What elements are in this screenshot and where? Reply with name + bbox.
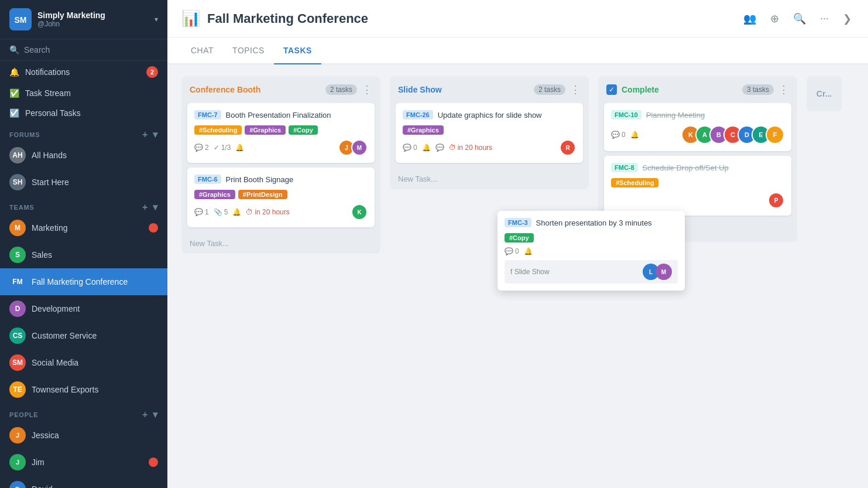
sidebar-item-notifications[interactable]: 🔔 Notifications 2 — [0, 61, 167, 83]
task-card-fmc6[interactable]: FMC-6 Print Booth Signage #Graphics #Pri… — [187, 168, 375, 227]
sidebar-item-social-media[interactable]: SM Social Media — [0, 349, 167, 376]
task-cards: FMC-7 Booth Presentation Finalization #S… — [181, 103, 380, 233]
popup-avatars: L M — [643, 264, 672, 280]
popup-card-fmc3[interactable]: FMC-3 Shorten presentation by 3 minutes … — [498, 211, 685, 291]
column-menu-icon[interactable]: ⋮ — [570, 83, 581, 96]
search-icon: 🔍 — [9, 45, 19, 54]
teams-actions: + ▾ — [142, 203, 158, 212]
column-header: ✓ Complete 3 tasks ⋮ — [598, 76, 797, 103]
channel-icon: 📊 — [181, 9, 200, 28]
teams-collapse-icon[interactable]: ▾ — [153, 203, 158, 212]
workspace-header[interactable]: SM Simply Marketing @John ▾ — [0, 0, 167, 39]
task-card-fmc7[interactable]: FMC-7 Booth Presentation Finalization #S… — [187, 103, 375, 163]
comment-count: 💬 0 — [505, 247, 519, 255]
sidebar-item-jessica[interactable]: J Jessica — [0, 422, 167, 449]
bell-item: 🔔 — [422, 144, 431, 152]
bell-icon: 🔔 — [9, 67, 19, 77]
task-card-fmc26[interactable]: FMC-26 Update graphics for slide show #G… — [396, 103, 583, 163]
tag-graphics: #Graphics — [245, 125, 286, 135]
page-title: Fall Marketing Conference — [207, 11, 368, 26]
collapse-button[interactable]: ❯ — [840, 10, 854, 28]
teams-label: TEAMS — [9, 204, 35, 211]
tag-graphics: #Graphics — [194, 190, 235, 199]
forums-collapse-icon[interactable]: ▾ — [153, 130, 158, 139]
task-footer: 💬 0 🔔 — [505, 247, 678, 255]
more-button[interactable]: ··· — [818, 10, 831, 27]
development-icon: D — [9, 301, 26, 317]
task-avatars: K — [351, 204, 368, 220]
tab-chat[interactable]: CHAT — [181, 37, 223, 64]
task-footer: 💬 0 🔔 💬 ⏱ in 20 hours R — [403, 139, 576, 156]
avatar: M — [656, 264, 672, 280]
social-media-icon: SM — [9, 354, 26, 371]
forums-add-icon[interactable]: + — [142, 130, 148, 139]
sidebar-item-david[interactable]: D David — [0, 476, 167, 488]
tag-copy: #Copy — [505, 233, 534, 243]
new-task-button[interactable]: New Task... — [390, 169, 589, 189]
sidebar-item-jim[interactable]: J Jim — [0, 449, 167, 476]
bell-item: 🔔 — [524, 247, 533, 255]
members-button[interactable]: 👥 — [741, 10, 759, 28]
column-count: 2 tasks — [325, 84, 357, 95]
sidebar-item-townsend-exports[interactable]: TE Townsend Exports — [0, 376, 167, 403]
task-avatars: K A B C D E F — [681, 125, 784, 144]
sidebar-item-label: Jim — [32, 458, 44, 467]
sidebar-item-development[interactable]: D Development — [0, 295, 167, 322]
search-header-button[interactable]: 🔍 — [791, 10, 808, 28]
board-container: Conference Booth 2 tasks ⋮ FMC-7 Booth P… — [181, 76, 842, 254]
task-card-header: FMC-26 Update graphics for slide show — [403, 110, 576, 121]
column-partial: Cr... — [807, 76, 842, 111]
task-tags: #Copy — [505, 233, 678, 243]
avatar: P — [768, 192, 784, 209]
column-title: Complete — [622, 85, 737, 94]
jim-avatar: J — [9, 454, 26, 470]
forums-section-header: FORUMS + ▾ — [0, 123, 167, 142]
referenced-channel: f Slide Show L M — [505, 260, 678, 284]
sidebar-item-start-here[interactable]: SH Start Here — [0, 169, 167, 196]
task-id: FMC-7 — [194, 110, 221, 120]
task-footer: 💬 2 ✓ 1/3 🔔 J M — [194, 139, 368, 156]
column-menu-icon[interactable]: ⋮ — [778, 83, 789, 96]
subtask-count: ✓ 1/3 — [214, 144, 231, 152]
people-collapse-icon[interactable]: ▾ — [153, 410, 158, 419]
tab-topics[interactable]: TOPICS — [223, 37, 274, 64]
david-avatar: D — [9, 481, 26, 488]
search-button[interactable]: 🔍 Search — [0, 39, 167, 61]
start-here-icon: SH — [9, 174, 26, 190]
comment-count: 💬 2 — [194, 144, 209, 152]
sidebar: SM Simply Marketing @John ▾ 🔍 Search 🔔 N… — [0, 0, 167, 488]
sidebar-item-label: Notifications — [25, 67, 70, 77]
main-content: 📊 Fall Marketing Conference 👥 ⊕ 🔍 ··· ❯ … — [167, 0, 868, 488]
bell-item: 🔔 — [235, 144, 244, 152]
teams-add-icon[interactable]: + — [142, 203, 148, 212]
task-name: Print Booth Signage — [226, 175, 294, 185]
task-card-header: FMC-10 Planning Meeting — [611, 110, 784, 121]
new-task-button[interactable]: New Task... — [181, 233, 380, 254]
column-header: Conference Booth 2 tasks ⋮ — [181, 76, 380, 103]
people-add-icon[interactable]: + — [142, 410, 148, 419]
sidebar-item-fall-marketing-conference[interactable]: FM Fall Marketing Conference — [0, 268, 167, 295]
sidebar-item-label: Customer Service — [32, 331, 97, 340]
task-card-fmc8[interactable]: FMC-8 Schedule Drop off/Set Up #Scheduli… — [604, 156, 791, 216]
sidebar-item-label: Jessica — [32, 431, 59, 440]
chevron-down-icon[interactable]: ▾ — [155, 15, 158, 23]
sidebar-item-label: Development — [32, 304, 80, 313]
bell-item: 🔔 — [232, 208, 241, 216]
tag-scheduling: #Scheduling — [194, 125, 242, 135]
tab-tasks[interactable]: TASKS — [274, 37, 321, 64]
task-footer: P — [611, 192, 784, 209]
sidebar-item-all-hands[interactable]: AH All Hands — [0, 142, 167, 169]
task-card-fmc10[interactable]: FMC-10 Planning Meeting 💬 0 🔔 K A B C — [604, 103, 791, 151]
sidebar-item-customer-service[interactable]: CS Customer Service — [0, 322, 167, 349]
add-button[interactable]: ⊕ — [768, 10, 781, 28]
teams-section-header: TEAMS + ▾ — [0, 196, 167, 214]
sidebar-item-marketing[interactable]: M Marketing — [0, 214, 167, 241]
column-menu-icon[interactable]: ⋮ — [362, 83, 372, 96]
task-id: FMC-6 — [194, 175, 221, 184]
sidebar-item-personal-tasks[interactable]: ☑️ Personal Tasks — [0, 103, 167, 123]
sidebar-item-task-stream[interactable]: ✅ Task Stream — [0, 83, 167, 103]
sales-icon: S — [9, 247, 26, 263]
avatar: K — [351, 204, 368, 220]
svg-text:SM: SM — [15, 15, 27, 25]
sidebar-item-sales[interactable]: S Sales — [0, 241, 167, 268]
